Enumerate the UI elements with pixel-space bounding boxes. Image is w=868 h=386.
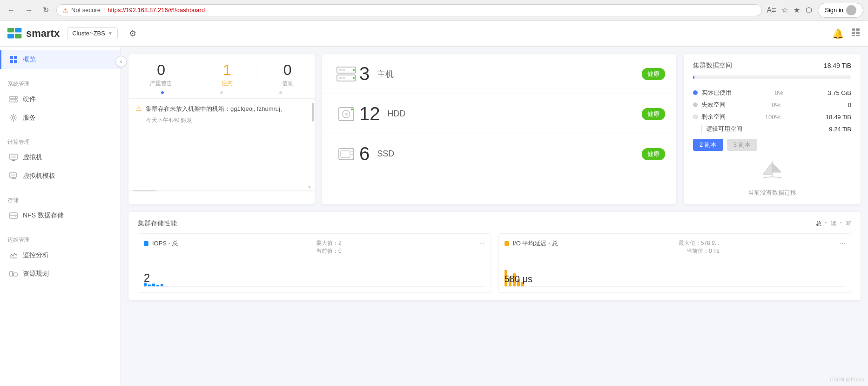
- failed-label: 失效空间: [701, 101, 726, 109]
- divider-1: [197, 65, 197, 84]
- sign-in-button[interactable]: Sign in: [818, 3, 863, 18]
- sidebar-vm-label: 虚拟机: [23, 153, 42, 162]
- hardware-icon: [9, 95, 18, 104]
- svg-rect-10: [10, 56, 13, 59]
- sidebar-item-monitor[interactable]: 监控分析: [0, 246, 121, 264]
- storage-label: 存储: [0, 193, 121, 206]
- svg-point-26: [15, 214, 16, 215]
- sidebar-nfs-label: NFS 数据存储: [23, 211, 64, 220]
- perf-link-read[interactable]: 读: [831, 220, 836, 228]
- vm-icon: [9, 153, 18, 162]
- alert-dots: [128, 89, 315, 98]
- info-count-number: 0: [282, 61, 293, 79]
- storage-bar-fill: [693, 75, 694, 79]
- perf-link-total[interactable]: 总: [816, 220, 821, 228]
- system-management-label: 系统管理: [0, 76, 121, 90]
- sidebar-item-vm[interactable]: 虚拟机: [0, 148, 121, 167]
- svg-rect-1: [15, 28, 21, 33]
- ssd-info: 6 SSD: [359, 143, 642, 164]
- iops-bar-5: [161, 284, 163, 286]
- legend-actual-used: 实际已使用 0% 3.75 GiB: [693, 88, 851, 97]
- svg-rect-35: [339, 77, 342, 79]
- remaining-val: 18.49 TiB: [819, 114, 851, 121]
- sidebar-services-label: 服务: [23, 114, 36, 122]
- ssd-type-label: SSD: [377, 149, 394, 159]
- performance-card: 集群存储性能 总 • 读 • 写 IO: [128, 212, 861, 300]
- sidebar-item-services[interactable]: 服务: [0, 108, 121, 127]
- legend-remaining: 剩余空间 100% 18.49 TiB: [693, 113, 851, 121]
- iops-legend-dot: [144, 241, 148, 246]
- sidebar-item-vm-template[interactable]: 虚拟机模板: [0, 167, 121, 185]
- perf-link-dot2: •: [840, 220, 842, 228]
- cluster-host-item: 3 主机 健康: [322, 54, 676, 94]
- monitor-icon: [9, 251, 18, 260]
- actual-used-val: 3.75 GiB: [819, 89, 851, 96]
- logo: smartx: [7, 27, 60, 40]
- perf-header: 集群存储性能 总 • 读 • 写: [138, 219, 851, 228]
- svg-point-37: [353, 69, 355, 71]
- sidebar-item-resource[interactable]: 资源规划: [0, 264, 121, 283]
- sidebar-overview-section: 概览: [0, 47, 121, 73]
- cluster-selector[interactable]: Cluster-ZBS ▼: [67, 27, 118, 39]
- bell-icon[interactable]: 🔔: [832, 28, 844, 39]
- hdd-count: 12: [359, 103, 380, 124]
- back-button[interactable]: ←: [5, 5, 18, 15]
- svg-rect-46: [351, 154, 353, 155]
- sidebar-item-overview[interactable]: 概览: [0, 50, 121, 69]
- replica-2-button[interactable]: 2 副本: [693, 139, 723, 151]
- divider-2: [257, 65, 257, 84]
- sidebar-item-nfs[interactable]: NFS 数据存储: [0, 206, 121, 225]
- storage-title-row: 集群数据空间 18.49 TiB: [693, 61, 851, 70]
- no-migration-area: 当前没有数据迁移: [693, 158, 851, 197]
- notice-alert-count: 1 注意: [222, 61, 233, 88]
- replica-3-button[interactable]: 3 副本: [727, 139, 757, 151]
- svg-rect-23: [11, 174, 15, 176]
- alert-message-text: 集群存在未放入机架中的机箱：gg1fqeoj, fzhumruj。: [146, 104, 286, 114]
- top-row: 0 严重警告 1 注意 0 信息: [128, 54, 861, 204]
- perf-section-title: 集群存储性能: [138, 219, 177, 228]
- translate-icon[interactable]: A≡: [767, 6, 776, 14]
- sidebar: ‹ 概览 系统管理: [0, 47, 121, 386]
- favorites-icon[interactable]: ☆: [781, 6, 788, 14]
- io-more-button[interactable]: ···: [840, 239, 845, 247]
- refresh-button[interactable]: ↻: [40, 5, 52, 15]
- iops-bar-2: [148, 284, 151, 286]
- sidebar-item-hardware[interactable]: 硬件: [0, 90, 121, 108]
- perf-link-write[interactable]: 写: [846, 220, 851, 228]
- svg-point-42: [351, 108, 353, 110]
- sidebar-system-section: 系统管理 硬件: [0, 73, 121, 131]
- extensions-icon[interactable]: ⬡: [806, 6, 812, 14]
- forward-button[interactable]: →: [22, 5, 35, 15]
- hdd-info: 12 HDD: [359, 103, 642, 124]
- svg-rect-9: [856, 35, 860, 36]
- bookmark-icon[interactable]: ★: [794, 6, 800, 14]
- horizontal-scroll-bar: [128, 190, 315, 191]
- iops-meta: 最大值：2 当前值：0: [316, 239, 342, 255]
- iops-more-button[interactable]: ···: [479, 239, 485, 247]
- remaining-label: 剩余空间: [701, 113, 726, 121]
- svg-rect-13: [14, 60, 17, 63]
- svg-point-18: [12, 116, 15, 119]
- settings-icon: ⚙: [129, 28, 136, 39]
- host-count: 3: [359, 63, 370, 84]
- bottom-row: 集群存储性能 总 • 读 • 写 IO: [128, 212, 861, 300]
- svg-rect-36: [343, 77, 345, 79]
- io-legend: I/O 平均延迟 - 总: [505, 239, 558, 248]
- browser-chrome: ← → ↻ ⚠ Not secure | https://192.168.87.…: [0, 0, 868, 20]
- iops-current-value: 2: [144, 271, 150, 284]
- svg-point-17: [15, 101, 16, 102]
- main-content: 0 严重警告 1 注意 0 信息: [121, 47, 868, 386]
- iops-chart-area: 2: [144, 259, 485, 287]
- settings-button[interactable]: ⚙: [125, 26, 140, 41]
- separator: |: [103, 7, 105, 14]
- alert-scroll-area[interactable]: ⚠ 集群存在未放入机架中的机箱：gg1fqeoj, fzhumruj。 今天下午…: [128, 98, 315, 191]
- io-bars: [505, 270, 846, 286]
- logical-val: 9.24 TiB: [819, 126, 851, 133]
- smartx-logo-icon: [7, 28, 22, 39]
- cluster-ssd-item: 6 SSD 健康: [322, 134, 676, 174]
- grid-icon[interactable]: [851, 27, 861, 39]
- logo-text: smartx: [26, 27, 60, 40]
- legend-failed: 失效空间 0% 0: [693, 101, 851, 109]
- address-bar[interactable]: ⚠ Not secure | https://192.168.87.216/#!…: [56, 4, 762, 16]
- svg-point-38: [353, 77, 355, 79]
